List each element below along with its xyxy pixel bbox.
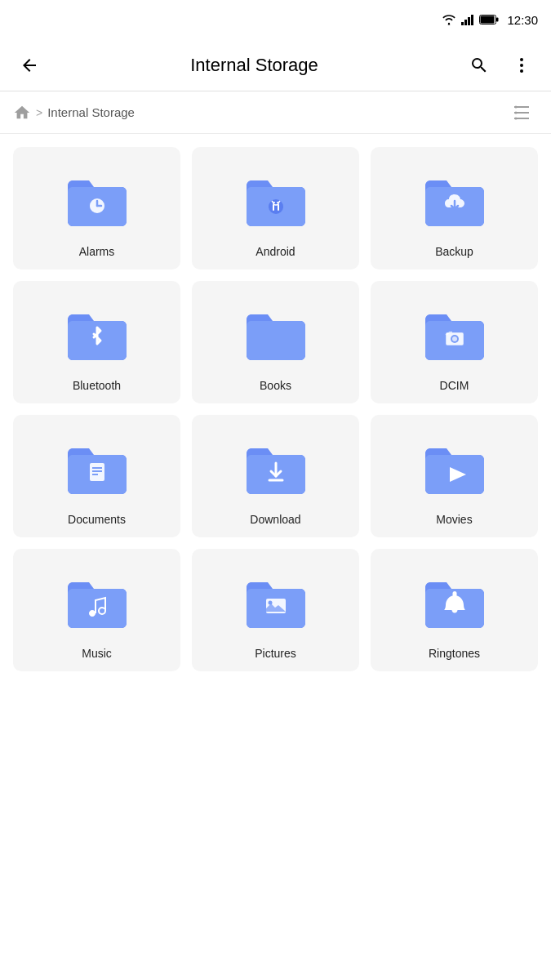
svg-point-10: [520, 69, 523, 73]
more-options-button[interactable]: [502, 46, 541, 85]
signal-icon: [461, 14, 474, 25]
folder-label-backup: Backup: [435, 245, 473, 258]
svg-rect-3: [468, 17, 470, 25]
folder-card-documents[interactable]: Documents: [13, 415, 180, 537]
folder-icon-bluetooth: [60, 297, 134, 371]
folder-icon-documents: [60, 431, 134, 505]
folder-card-ringtones[interactable]: Ringtones: [371, 549, 538, 671]
folder-label-movies: Movies: [436, 513, 472, 526]
folder-icon-music: [60, 565, 134, 639]
folder-label-bluetooth: Bluetooth: [73, 379, 121, 392]
svg-rect-43: [452, 591, 456, 597]
folder-icon-books: [239, 297, 313, 371]
battery-icon: [479, 15, 499, 24]
folder-label-download: Download: [250, 513, 300, 526]
status-icons: 12:30: [442, 13, 538, 27]
folder-icon-backup: [418, 163, 491, 237]
list-view-button[interactable]: [505, 96, 538, 129]
svg-rect-1: [461, 22, 464, 25]
svg-rect-12: [518, 106, 518, 108]
back-button[interactable]: [10, 46, 49, 85]
folder-label-books: Books: [260, 379, 291, 392]
app-bar: Internal Storage: [0, 39, 551, 91]
folder-card-books[interactable]: Books: [192, 281, 359, 403]
svg-point-17: [515, 111, 518, 114]
search-button[interactable]: [460, 46, 499, 85]
folder-icon-android: [239, 163, 313, 237]
folder-card-music[interactable]: Music: [13, 549, 180, 671]
status-time: 12:30: [507, 13, 538, 27]
svg-rect-2: [464, 20, 467, 25]
folder-card-pictures[interactable]: Pictures: [192, 549, 359, 671]
list-view-icon: [512, 103, 531, 122]
folder-icon-ringtones: [418, 565, 491, 639]
svg-point-24: [269, 199, 283, 214]
svg-rect-16: [518, 106, 529, 108]
svg-point-19: [515, 117, 518, 119]
search-icon: [469, 56, 489, 75]
folder-label-documents: Documents: [68, 513, 126, 526]
folder-icon-download: [239, 431, 313, 505]
back-arrow-icon: [20, 56, 39, 75]
breadcrumb-current: Internal Storage: [47, 105, 135, 119]
breadcrumb-bar: > Internal Storage: [0, 91, 551, 134]
breadcrumb-separator: >: [36, 106, 42, 119]
folder-label-ringtones: Ringtones: [429, 647, 480, 660]
folder-card-backup[interactable]: Backup: [371, 147, 538, 270]
folder-label-alarms: Alarms: [79, 245, 115, 258]
folder-card-movies[interactable]: Movies: [371, 415, 538, 537]
svg-rect-7: [481, 16, 495, 24]
app-bar-actions: [460, 46, 541, 85]
folder-card-android[interactable]: Android: [192, 147, 359, 270]
svg-point-8: [520, 58, 523, 61]
svg-rect-20: [518, 118, 529, 119]
folder-label-pictures: Pictures: [255, 647, 296, 660]
svg-point-15: [515, 105, 518, 108]
svg-rect-4: [471, 15, 473, 25]
status-bar: 12:30: [0, 0, 551, 39]
folder-icon-pictures: [239, 565, 313, 639]
svg-point-34: [452, 336, 457, 341]
folder-grid: Alarms Android: [0, 134, 551, 684]
page-title: Internal Storage: [49, 55, 460, 76]
folder-card-alarms[interactable]: Alarms: [13, 147, 180, 270]
svg-rect-18: [518, 112, 529, 114]
folder-label-dcim: DCIM: [440, 379, 469, 392]
folder-label-android: Android: [256, 245, 295, 258]
folder-card-bluetooth[interactable]: Bluetooth: [13, 281, 180, 403]
svg-point-0: [448, 23, 450, 24]
wifi-icon: [442, 14, 456, 25]
breadcrumb: > Internal Storage: [13, 104, 505, 122]
folder-label-music: Music: [82, 647, 112, 660]
home-icon[interactable]: [13, 104, 31, 122]
svg-rect-6: [496, 18, 499, 22]
svg-point-9: [520, 64, 523, 67]
folder-icon-movies: [418, 431, 491, 505]
folder-icon-alarms: [60, 163, 134, 237]
more-vert-icon: [512, 56, 531, 75]
folder-card-dcim[interactable]: DCIM: [371, 281, 538, 403]
folder-card-download[interactable]: Download: [192, 415, 359, 537]
folder-icon-dcim: [418, 297, 491, 371]
